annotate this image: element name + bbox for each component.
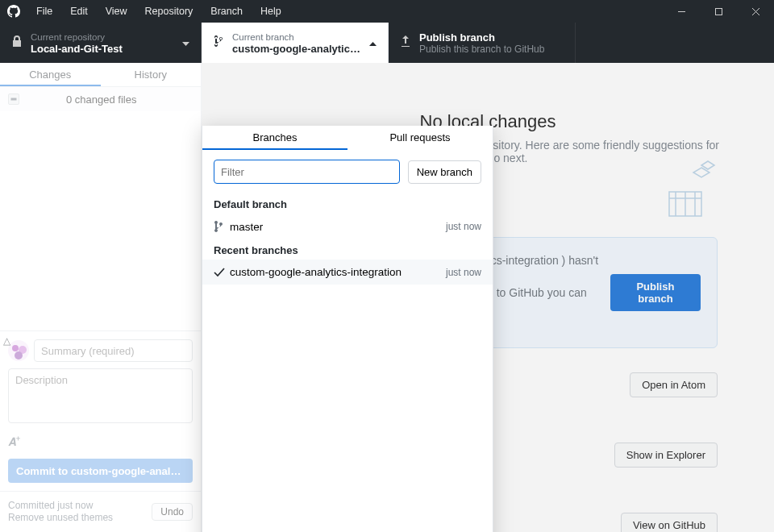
branch-name: custom-google-analytics-i… <box>232 43 363 55</box>
window-close-icon[interactable] <box>737 0 774 23</box>
toolbar: Current repository Local-and-Git-Test Cu… <box>0 23 774 63</box>
window-minimize-icon[interactable] <box>663 0 700 23</box>
menu-repository[interactable]: Repository <box>136 0 202 23</box>
github-icon <box>0 5 27 18</box>
branch-icon <box>213 35 224 51</box>
branch-item-master[interactable]: master just now <box>202 214 493 239</box>
publish-sub: Publish this branch to GitHub <box>419 44 564 55</box>
recent-branches-label: Recent branches <box>202 239 493 260</box>
menu-file[interactable]: File <box>27 0 61 23</box>
popover-tab-branches[interactable]: Branches <box>202 126 347 150</box>
popover-tab-prs[interactable]: Pull requests <box>347 126 493 150</box>
chevron-up-icon <box>369 35 377 50</box>
branch-name: master <box>230 221 446 233</box>
branch-icon <box>214 220 230 233</box>
menu-view[interactable]: View <box>97 0 136 23</box>
branch-name: custom-google-analytics-integration <box>230 266 446 278</box>
upload-icon <box>400 35 411 51</box>
check-icon <box>214 268 230 277</box>
window-maximize-icon[interactable] <box>700 0 737 23</box>
branch-time: just now <box>446 267 481 278</box>
lock-icon <box>11 35 23 51</box>
branch-label: Current branch <box>232 31 363 43</box>
chevron-down-icon <box>182 35 189 50</box>
branch-dropdown: Branches Pull requests New branch Defaul… <box>202 126 493 532</box>
menu-branch[interactable]: Branch <box>202 0 252 23</box>
app-menu: File Edit View Repository Branch Help <box>27 0 290 23</box>
branch-filter-input[interactable] <box>214 160 400 184</box>
titlebar: File Edit View Repository Branch Help <box>0 0 774 23</box>
menu-edit[interactable]: Edit <box>61 0 97 23</box>
menu-help[interactable]: Help <box>252 0 290 23</box>
repo-label: Current repository <box>31 31 176 43</box>
publish-title: Publish branch <box>419 31 564 44</box>
svg-rect-1 <box>715 8 722 15</box>
branch-time: just now <box>446 221 481 232</box>
repo-name: Local-and-Git-Test <box>31 43 176 55</box>
repo-selector[interactable]: Current repository Local-and-Git-Test <box>0 23 202 63</box>
branch-item-current[interactable]: custom-google-analytics-integration just… <box>202 260 493 285</box>
new-branch-button[interactable]: New branch <box>408 160 481 184</box>
branch-selector[interactable]: Current branch custom-google-analytics-i… <box>202 23 389 63</box>
default-branch-label: Default branch <box>202 193 493 214</box>
publish-action[interactable]: Publish branch Publish this branch to Gi… <box>389 23 576 63</box>
